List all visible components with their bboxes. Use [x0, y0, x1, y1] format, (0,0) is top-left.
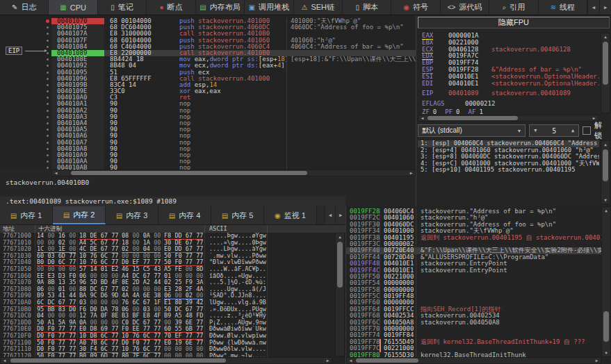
stepper-up-icon[interactable]: ▲	[567, 128, 578, 133]
breakpoint-gutter[interactable]	[0, 76, 51, 82]
tab-scroll-left-icon[interactable]: ◀	[325, 206, 335, 224]
breakpoint-gutter[interactable]	[0, 69, 51, 76]
register-row[interactable]: EIP00401089stackoverrun.00401089	[422, 90, 599, 97]
memory-row[interactable]: 7767108006 00 01 0088 DC 67 7702 00 00 0…	[0, 286, 332, 293]
memory-row[interactable]: 7767110050 F0 77 77A0 7B 6C 77D0 F0 77 7…	[0, 340, 332, 347]
memory-row[interactable]: 776710201C 00 1E 004C DE 67 7702 00 04 0…	[0, 246, 332, 253]
scroll-up-icon[interactable]: ▲	[336, 233, 344, 240]
scroll-left-icon[interactable]: ◀	[418, 115, 426, 121]
scroll-left-icon[interactable]: ◀	[1, 358, 8, 363]
toolbar-tab-call-stack[interactable]: ▣调用堆栈	[245, 0, 293, 15]
breakpoint-gutter[interactable]	[0, 120, 51, 126]
toolbar-tab-threads[interactable]: ≋线程	[539, 0, 587, 15]
disasm-instruction: push stackoverrun.4060C4	[177, 44, 286, 50]
memory-row[interactable]: 77671090B9 53 41 44BA 9C D6 9D4A 4A 6E 3…	[0, 292, 332, 299]
breakpoint-gutter[interactable]	[0, 82, 51, 88]
breakpoint-gutter[interactable]	[0, 140, 51, 146]
memory-row[interactable]: 7767100014 00 16 0018 DE 67 7708 00 0A 0…	[0, 233, 332, 240]
breakpoint-gutter[interactable]	[0, 146, 51, 152]
argument-count-stepper[interactable]: ▼ 5 ▲	[529, 124, 579, 137]
argument-row[interactable]: 5: [esp+10] 00401195 stackoverrun.004011…	[418, 167, 599, 174]
breakpoint-gutter[interactable]	[0, 94, 51, 101]
scroll-right-icon[interactable]: ▶	[407, 170, 415, 176]
breakpoint-gutter[interactable]	[0, 31, 51, 37]
unlock-checkbox[interactable]	[583, 126, 591, 135]
memory-tab[interactable]: ▤内存 1	[0, 206, 53, 224]
scroll-right-icon[interactable]: ▶	[593, 358, 601, 363]
toolbar-tab-references[interactable]: ⌕引用	[489, 0, 538, 15]
scroll-up-icon[interactable]: ▲	[602, 207, 610, 214]
toolbar-tab-memory-map[interactable]: ▤内存布局	[196, 0, 245, 15]
breakpoint-gutter[interactable]	[0, 63, 51, 69]
memory-row[interactable]: 77671110D0 F0 77 7730 F4 6C 7710 76 6C 7…	[0, 346, 332, 353]
memory-row[interactable]: 77671060EE E3 D3 F006 00 00 00A4 DC 67 7…	[0, 273, 332, 280]
memory-row[interactable]: 776710F0D0 F0 77 7710 D8 6C 7710 76 6C 7…	[0, 333, 332, 340]
breakpoint-gutter[interactable]	[0, 126, 51, 133]
breakpoint-gutter[interactable]	[0, 88, 51, 94]
scroll-up-icon[interactable]: ▲	[601, 141, 610, 148]
toolbar-tab-symbols[interactable]: ◉符号	[391, 0, 440, 15]
scroll-up-icon[interactable]: ▲	[601, 33, 610, 40]
breakpoint-gutter[interactable]	[0, 18, 51, 24]
toolbar-tab-source[interactable]: <>源代码	[441, 0, 489, 15]
memory-row[interactable]: 7767103060 03 6D 7710 76 6C 7700 00 00 0…	[0, 253, 332, 260]
toolbar-tab-script[interactable]: ▯脚本	[343, 0, 391, 15]
memory-row[interactable]: 776710E0D0 F0 77 77E0 D8 69 77F0 EE 77 7…	[0, 326, 332, 333]
memory-row[interactable]: 7767105000 00 00 0057 14 01 E246 15 C5 4…	[0, 266, 332, 273]
scroll-thumb[interactable]	[427, 116, 518, 120]
breakpoint-gutter[interactable]	[0, 152, 51, 158]
toolbar-tab-log[interactable]: ✎日志	[0, 0, 49, 15]
memory-tab[interactable]: ▤内存 2	[53, 206, 106, 224]
memory-row[interactable]: 77671040B0 D0 6C 7710 76 6C 77D0 EF 77 7…	[0, 259, 332, 266]
memory-row[interactable]: 7767101000 00 02 00A4 5C 67 7718 00 1A 0…	[0, 240, 332, 247]
toolbar-tab-breakpoints[interactable]: ●断点	[147, 0, 195, 15]
eflags-row[interactable]: EFLAGS00000212	[422, 101, 599, 108]
tab-scroll-left-icon[interactable]: ◀	[587, 0, 599, 15]
hide-fpu-button[interactable]: 隐藏FPU	[418, 17, 610, 28]
breakpoint-gutter[interactable]	[0, 108, 51, 114]
scroll-thumb[interactable]	[603, 42, 608, 85]
breakpoint-gutter[interactable]	[0, 38, 51, 44]
breakpoint-gutter[interactable]	[0, 158, 51, 165]
scroll-left-icon[interactable]: ◀	[52, 170, 60, 176]
stepper-down-icon[interactable]: ▼	[530, 128, 541, 133]
memory-tab[interactable]: ▤内存 5	[211, 206, 264, 224]
argument-row[interactable]: 2: [esp+4] 00401060 stackoverrun.0040106…	[418, 147, 599, 154]
scroll-down-icon[interactable]: ▼	[601, 197, 610, 204]
disasm-bytes: 90	[104, 165, 177, 169]
memory-row[interactable]: 776710C004 00 00 0012 7A 0F 8EB3 BF E8 4…	[0, 313, 332, 320]
memory-tab[interactable]: ▤内存 4	[158, 206, 211, 224]
calling-convention-dropdown[interactable]: 默认 (stdcall) ▼	[418, 124, 526, 137]
breakpoint-gutter[interactable]	[0, 56, 51, 63]
argument-row[interactable]: 1: [esp] 004060C4 stackoverrun.004060C4 …	[418, 140, 599, 147]
scroll-thumb[interactable]	[603, 149, 608, 181]
toolbar-tab-cpu[interactable]: ▦CPU	[49, 0, 97, 15]
memory-row[interactable]: 776710D050 A1 5A 9A0A 00 00 00C0 DC 67 7…	[0, 320, 332, 326]
memory-row[interactable]: 776710B095 BB 83 D0F6 D0 DA 7806 00 03 0…	[0, 306, 332, 313]
scroll-thumb[interactable]	[71, 171, 307, 175]
memory-row[interactable]: 776710A06C DC 67 7703 00 00 0076 6C 67 1…	[0, 299, 332, 306]
tab-scroll-right-icon[interactable]: ▶	[599, 0, 611, 15]
breakpoint-gutter[interactable]	[0, 114, 51, 120]
breakpoint-gutter[interactable]	[0, 133, 51, 139]
scroll-thumb[interactable]	[603, 311, 609, 342]
scroll-down-icon[interactable]: ▼	[602, 349, 610, 356]
scroll-thumb[interactable]	[356, 358, 418, 363]
scroll-right-icon[interactable]: ▶	[324, 358, 332, 363]
memory-row[interactable]: 776710709A 8B 13 3596 5D BD 4F8E 2D A2 4…	[0, 279, 332, 286]
breakpoint-gutter[interactable]	[0, 101, 51, 107]
scroll-left-icon[interactable]: ◀	[347, 358, 355, 363]
breakpoint-gutter[interactable]	[0, 24, 51, 31]
toolbar-tab-seh[interactable]: ⚠SEH链	[294, 0, 343, 15]
scroll-thumb[interactable]	[10, 358, 226, 363]
argument-row[interactable]: 3: [esp+8] 004060DC stackoverrun.004060D…	[418, 154, 599, 160]
tab-scroll-right-icon[interactable]: ▶	[335, 206, 345, 224]
register-row[interactable]: EDI004010E1<stackoverrun.OptionalHeader.…	[422, 81, 599, 88]
argument-row[interactable]: 4: [esp+C] 00401000 stackoverrun.0040100…	[418, 160, 599, 167]
toolbar-tab-notes[interactable]: ▯笔记	[98, 0, 147, 15]
scroll-thumb[interactable]	[337, 242, 343, 288]
memory-tab[interactable]: ▤内存 3	[106, 206, 158, 224]
disasm-row[interactable]: 004010AB90nop	[0, 165, 416, 169]
memory-tab[interactable]: ◉监视 1	[264, 206, 317, 224]
breakpoint-gutter[interactable]	[0, 165, 51, 169]
